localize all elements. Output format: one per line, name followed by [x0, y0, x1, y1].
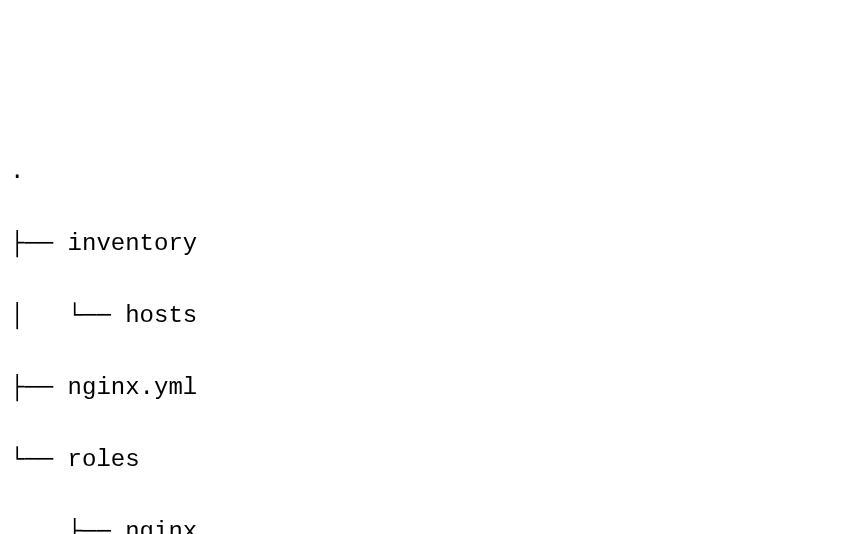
tree-line: ├── nginx	[10, 514, 836, 534]
tree-line: └── roles	[10, 442, 836, 478]
tree-line: │ └── hosts	[10, 298, 836, 334]
tree-line: ├── nginx.yml	[10, 370, 836, 406]
tree-root: .	[10, 154, 836, 190]
tree-line: ├── inventory	[10, 226, 836, 262]
